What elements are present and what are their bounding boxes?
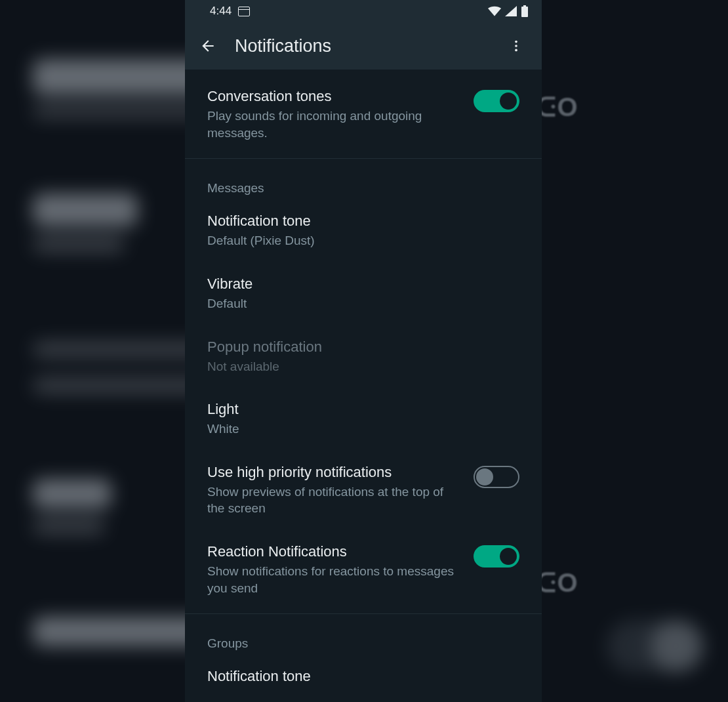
vibrate-title: Vibrate [207, 276, 519, 293]
light-row[interactable]: Light White [185, 388, 542, 451]
reaction-title: Reaction Notifications [207, 543, 462, 560]
back-button[interactable] [197, 31, 227, 61]
page-title: Notifications [235, 36, 502, 56]
wifi-icon [488, 6, 501, 16]
conversation-tones-subtitle: Play sounds for incoming and outgoing me… [207, 108, 462, 141]
vibrate-row[interactable]: Vibrate Default [185, 262, 542, 325]
status-time: 4:44 [210, 5, 232, 18]
groups-section-header: Groups [185, 618, 542, 655]
popup-title: Popup notification [207, 339, 519, 356]
vibrate-value: Default [207, 295, 519, 312]
high-priority-title: Use high priority notifications [207, 464, 462, 481]
svg-point-3 [515, 45, 517, 47]
notification-tone-row[interactable]: Notification tone Default (Pixie Dust) [185, 199, 542, 262]
groups-notification-tone-title: Notification tone [207, 668, 519, 685]
notification-tone-title: Notification tone [207, 213, 519, 230]
reaction-toggle[interactable] [474, 545, 519, 568]
reaction-notifications-row[interactable]: Reaction Notifications Show notification… [185, 530, 542, 609]
status-bar: 4:44 [185, 0, 542, 22]
high-priority-row[interactable]: Use high priority notifications Show pre… [185, 451, 542, 530]
phone-frame: 4:44 Notifications Conversation tones Pl… [185, 0, 542, 702]
divider [185, 613, 542, 614]
app-bar: Notifications [185, 22, 542, 70]
divider [185, 158, 542, 159]
settings-list: Conversation tones Play sounds for incom… [185, 70, 542, 688]
light-title: Light [207, 401, 519, 418]
cellular-icon [505, 6, 517, 16]
reaction-subtitle: Show notifications for reactions to mess… [207, 563, 462, 596]
calendar-icon [238, 7, 250, 16]
more-menu-button[interactable] [502, 32, 530, 60]
messages-section-header: Messages [185, 163, 542, 199]
svg-point-2 [515, 41, 517, 43]
svg-rect-0 [521, 7, 528, 17]
notification-tone-value: Default (Pixie Dust) [207, 232, 519, 249]
popup-value: Not available [207, 358, 519, 375]
groups-notification-tone-row[interactable]: Notification tone [185, 655, 542, 688]
popup-notification-row: Popup notification Not available [185, 325, 542, 388]
high-priority-toggle[interactable] [474, 466, 519, 488]
conversation-tones-row[interactable]: Conversation tones Play sounds for incom… [185, 70, 542, 154]
light-value: White [207, 421, 519, 438]
conversation-tones-title: Conversation tones [207, 88, 462, 105]
svg-point-4 [515, 49, 517, 52]
high-priority-subtitle: Show previews of notifications at the to… [207, 484, 462, 517]
battery-icon [521, 5, 529, 17]
conversation-tones-toggle[interactable] [474, 90, 519, 112]
svg-rect-1 [523, 5, 526, 7]
